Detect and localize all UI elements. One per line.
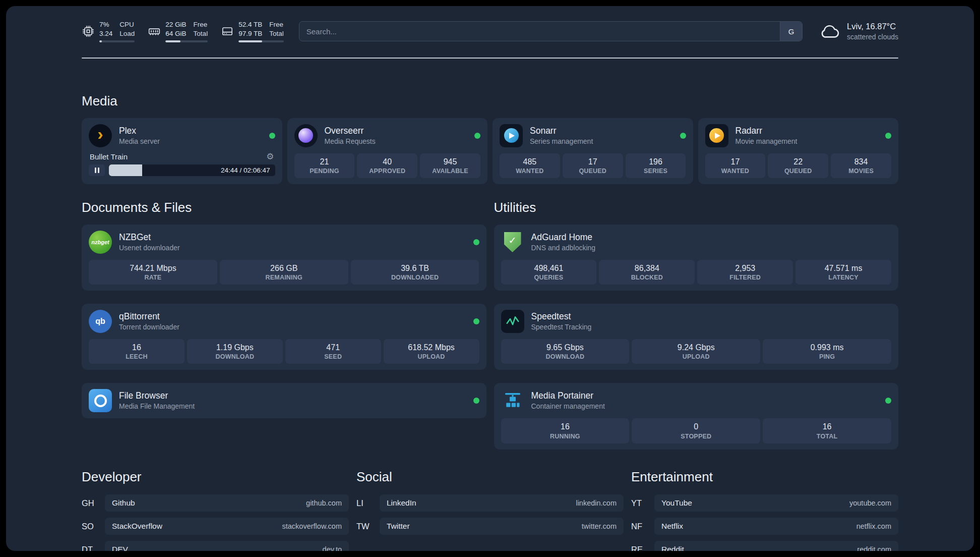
bookmark-abbr: GH [82,498,98,508]
service-card-portainer[interactable]: Media Portainer Container management 16 … [494,383,899,449]
cpu-load-value: 3.24 [99,29,112,38]
status-dot [680,133,686,139]
stat-ping: 0.993 ms PING [763,339,891,364]
service-name: AdGuard Home [531,232,596,243]
service-card-filebrowser[interactable]: File Browser Media File Management [82,383,486,418]
portainer-icon [501,389,524,412]
overseerr-icon [294,124,318,147]
service-card-adguard[interactable]: ✓ AdGuard Home DNS and adblocking 498,46… [494,225,899,291]
cpu-readout: 7% 3.24 CPU Load [99,20,135,42]
sonarr-icon [500,124,523,147]
now-playing-title: Bullet Train [90,152,128,161]
service-name: Plex [119,126,160,137]
memory-free-value: 22 GiB [165,20,186,29]
bookmark-abbr: YT [631,498,647,508]
cloud-icon [818,22,841,41]
bookmark-pill: Reddit reddit.com [654,541,898,551]
bookmark-linkedin[interactable]: LI LinkedIn linkedin.com [356,494,624,512]
cpu-widget: 7% 3.24 CPU Load [82,20,135,42]
stat-pending: 21 PENDING [294,153,355,178]
pause-button[interactable] [89,164,105,176]
bookmarks-section: Developer GH Github github.com SO StackO… [82,470,898,551]
service-name: Sonarr [530,126,593,137]
bookmark-reddit[interactable]: RE Reddit reddit.com [631,541,898,551]
stat-upload: 9.24 Gbps UPLOAD [632,339,760,364]
service-card-plex[interactable]: › Plex Media server Bullet Train ⚙ [82,118,282,184]
stat-filtered: 2,953 FILTERED [697,260,793,285]
service-description: Usenet downloader [119,243,180,252]
memory-widget: 22 GiB 64 GiB Free Total [148,20,208,42]
stat-wanted: 485 WANTED [500,153,560,178]
bookmark-pill: Netflix netflix.com [654,518,898,535]
status-dot [269,133,275,139]
free-label: Free [194,20,208,29]
section-title-documents: Documents & Files [82,200,486,215]
service-description: Series management [530,137,593,146]
bookmark-netflix[interactable]: NF Netflix netflix.com [631,518,898,535]
bookmark-pill: YouTube youtube.com [654,494,898,512]
bookmark-stackoverflow[interactable]: SO StackOverflow stackoverflow.com [82,518,349,535]
stat-series: 196 SERIES [626,153,686,178]
status-dot [885,133,891,139]
service-card-radarr[interactable]: Radarr Movie management 17 WANTED 22 QUE… [698,118,899,184]
bookmark-abbr: NF [631,522,647,531]
bookmark-abbr: LI [356,498,373,508]
stat-downloaded: 39.6 TB DOWNLOADED [351,260,479,285]
stat-download: 1.19 Gbps DOWNLOAD [187,339,283,364]
search-input[interactable] [299,21,803,41]
stat-available: 945 AVAILABLE [420,153,480,178]
disk-total-value: 97.9 TB [238,29,262,38]
total-label: Total [194,29,208,38]
service-description: Media server [119,137,160,146]
playback-progress-bar[interactable]: 24:44 / 02:06:47 [109,164,275,176]
bookmark-pill: DEV dev.to [105,541,349,551]
cpu-label: CPU [119,20,135,29]
service-name: Overseerr [325,126,376,137]
memory-icon [148,25,161,38]
section-title-developer: Developer [82,470,349,485]
service-description: Container management [531,402,605,411]
disk-widget: 52.4 TB 97.9 TB Free Total [221,20,284,42]
utilities-column: Utilities ✓ AdGuard Home DNS and adblock… [494,200,899,449]
search-provider-button[interactable]: G [780,22,802,41]
service-name: Media Portainer [531,391,605,402]
bookmark-twitter[interactable]: TW Twitter twitter.com [356,518,624,535]
stat-upload: 618.52 Mbps UPLOAD [384,339,479,364]
bookmark-dev[interactable]: DT DEV dev.to [82,541,349,551]
service-name: File Browser [119,391,195,402]
free-label: Free [269,20,284,29]
disk-free-value: 52.4 TB [238,20,262,29]
documents-column: Documents & Files nzbget NZBGet Usenet d… [82,200,486,418]
stat-running: 16 RUNNING [501,418,630,443]
bookmarks-developer: Developer GH Github github.com SO StackO… [82,470,349,551]
bookmark-pill: Github github.com [105,494,349,512]
resource-widgets: 7% 3.24 CPU Load [82,20,284,42]
service-card-speedtest[interactable]: Speedtest Speedtest Tracking 9.65 Gbps D… [494,304,899,370]
service-card-nzbget[interactable]: nzbget NZBGet Usenet downloader 744.21 M… [82,225,486,291]
stat-queries: 498,461 QUERIES [501,260,597,285]
dashboard: 7% 3.24 CPU Load [6,6,974,551]
section-title-entertainment: Entertainment [631,470,898,485]
bookmark-github[interactable]: GH Github github.com [82,494,349,512]
status-dot [474,133,480,139]
service-name: Speedtest [531,311,592,322]
status-dot [473,318,479,324]
weather-location: Lviv, 16.87°C [847,21,898,32]
service-card-overseerr[interactable]: Overseerr Media Requests 21 PENDING 40 A… [287,118,488,184]
gear-icon[interactable]: ⚙ [266,152,274,161]
bookmark-abbr: TW [356,522,373,531]
service-card-sonarr[interactable]: Sonarr Series management 485 WANTED 17 Q… [493,118,693,184]
topbar-divider [82,58,898,59]
bookmarks-entertainment: Entertainment YT YouTube youtube.com NF … [631,470,898,551]
bookmark-youtube[interactable]: YT YouTube youtube.com [631,494,898,512]
bookmark-abbr: DT [82,545,98,551]
stat-download: 9.65 Gbps DOWNLOAD [501,339,630,364]
service-card-qbittorrent[interactable]: qb qBittorrent Torrent downloader 16 LEE… [82,304,486,370]
service-description: Media Requests [325,137,376,146]
disk-icon [221,25,234,38]
weather-condition: scattered clouds [847,32,898,42]
top-bar: 7% 3.24 CPU Load [82,19,898,43]
bookmarks-social: Social LI LinkedIn linkedin.com TW Twitt… [356,470,624,551]
bookmark-pill: Twitter twitter.com [380,518,624,535]
media-section: Media › Plex Media server Bullet Tr [82,94,898,184]
